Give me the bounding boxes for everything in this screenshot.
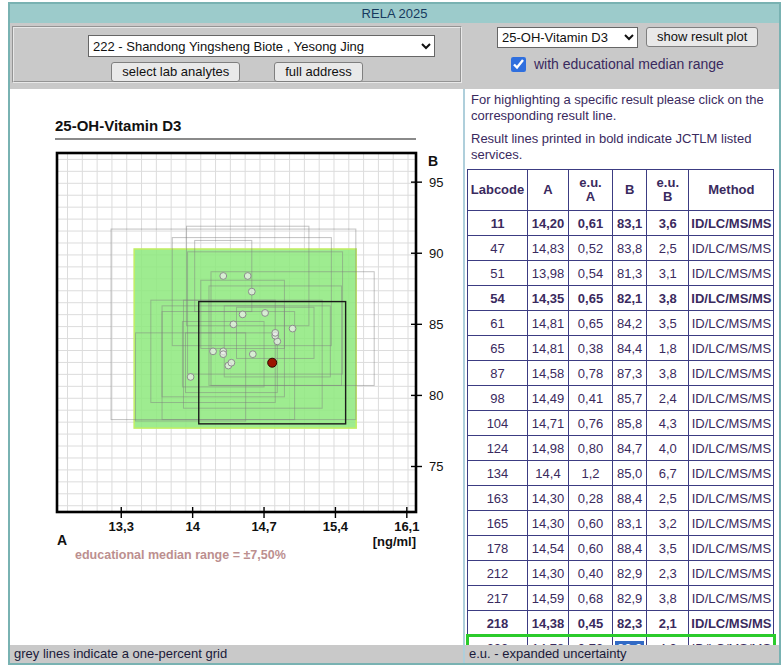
main-area: 25-OH-Vitamin D3 13,31414,715,416,195908… (10, 89, 779, 663)
x-tick-label: 16,1 (394, 519, 419, 534)
table-row[interactable]: 21814,380,4582,32,1ID/LC/MS/MS (468, 611, 774, 636)
table-row[interactable]: 21214,300,4082,92,3ID/LC/MS/MS (468, 561, 774, 586)
col-header-eu-a: e.u. A (569, 170, 613, 211)
table-row[interactable]: 9814,490,4185,72,4ID/LC/MS/MS (468, 386, 774, 411)
lab-point (239, 311, 246, 318)
info-line-1: For highlighting a specific result pleas… (471, 92, 773, 124)
grid-note-bar: grey lines indicate a one-percent grid (10, 645, 463, 663)
grid-note: grey lines indicate a one-percent grid (14, 646, 227, 661)
table-row[interactable]: 16314,300,2888,42,5ID/LC/MS/MS (468, 486, 774, 511)
x-tick-label: 14,7 (251, 519, 276, 534)
lab-point (262, 310, 269, 317)
app-titlebar: RELA 2025 (10, 4, 779, 23)
x-axis-label: A (57, 532, 67, 548)
page: RELA 2025 222 - Shandong Yingsheng Biote… (0, 0, 783, 671)
y-tick-label: 95 (429, 175, 443, 190)
col-header-method: Method (689, 170, 774, 211)
median-range-option: with educational median range (511, 56, 724, 72)
lab-point (210, 348, 217, 355)
lab-point (289, 325, 296, 332)
show-result-plot-button[interactable]: show result plot (646, 27, 758, 47)
y-axis-label: B (428, 153, 438, 169)
results-table: Labcode A e.u. A B e.u. B Method 1114,20… (467, 169, 774, 661)
unit-label: [ng/ml] (373, 534, 416, 549)
x-tick-label: 13,3 (109, 519, 134, 534)
col-header-labcode: Labcode (468, 170, 528, 211)
median-range-checkbox[interactable] (511, 57, 526, 72)
eu-note: e.u. - expanded uncertainty (469, 646, 627, 661)
lab-point (272, 329, 279, 336)
lab-point (220, 351, 227, 358)
y-tick-label: 85 (429, 317, 443, 332)
table-row[interactable]: 13414,41,285,06,7ID/LC/MS/MS (468, 461, 774, 486)
app-title: RELA 2025 (362, 6, 428, 21)
col-header-eu-b: e.u. B (647, 170, 689, 211)
toolbar: 222 - Shandong Yingsheng Biote , Yesong … (10, 23, 779, 89)
lab-select[interactable]: 222 - Shandong Yingsheng Biote , Yesong … (88, 35, 435, 57)
lab-point (230, 321, 237, 328)
selected-lab-point (268, 358, 277, 367)
analyte-select[interactable]: 25-OH-Vitamin D3 (497, 27, 638, 48)
col-header-b: B (613, 170, 647, 211)
result-plot[interactable]: 13,31414,715,416,19590858075BA[ng/ml]edu… (10, 139, 465, 599)
lab-point (187, 374, 194, 381)
table-row[interactable]: 5113,980,5481,33,1ID/LC/MS/MS (468, 261, 774, 286)
y-tick-label: 80 (429, 388, 443, 403)
table-row[interactable]: 4714,830,5283,82,5ID/LC/MS/MS (468, 236, 774, 261)
median-range-label: with educational median range (534, 56, 724, 72)
table-row[interactable]: 17814,540,6088,43,5ID/LC/MS/MS (468, 536, 774, 561)
lab-point (244, 273, 251, 280)
x-tick-label: 14 (185, 519, 200, 534)
lab-point (228, 359, 235, 366)
results-table-body: 1114,200,6183,13,6ID/LC/MS/MS4714,830,52… (468, 211, 774, 661)
lab-point (249, 351, 256, 358)
lab-point (220, 273, 227, 280)
eu-note-bar: e.u. - expanded uncertainty (465, 645, 779, 663)
toolbar-right: 25-OH-Vitamin D3 show result plot with e… (467, 23, 779, 89)
full-address-button[interactable]: full address (274, 62, 362, 82)
table-row[interactable]: 1114,200,6183,13,6ID/LC/MS/MS (468, 211, 774, 236)
lab-point (248, 288, 255, 295)
table-row[interactable]: 6514,810,3884,41,8ID/LC/MS/MS (468, 336, 774, 361)
table-row[interactable]: 12414,980,8084,74,0ID/LC/MS/MS (468, 436, 774, 461)
median-range-note: educational median range = ±7,50% (75, 548, 286, 562)
table-row[interactable]: 8714,580,7887,33,8ID/LC/MS/MS (468, 361, 774, 386)
table-row[interactable]: 21714,590,6882,93,8ID/LC/MS/MS (468, 586, 774, 611)
table-header-row: Labcode A e.u. A B e.u. B Method (468, 170, 774, 211)
table-row[interactable]: 6114,810,6584,23,5ID/LC/MS/MS (468, 311, 774, 336)
col-header-a: A (528, 170, 569, 211)
info-line-2: Result lines printed in bold indicate JC… (471, 131, 773, 163)
plot-panel: 25-OH-Vitamin D3 13,31414,715,416,195908… (10, 89, 465, 663)
lab-buttons-row: select lab analytes full address (14, 62, 460, 82)
lab-selection-box: 222 - Shandong Yingsheng Biote , Yesong … (12, 26, 462, 83)
app-window: RELA 2025 222 - Shandong Yingsheng Biote… (8, 2, 781, 665)
y-tick-label: 90 (429, 246, 443, 261)
x-tick-label: 15,4 (323, 519, 349, 534)
select-lab-analytes-button[interactable]: select lab analytes (111, 62, 240, 82)
info-text: For highlighting a specific result pleas… (465, 89, 779, 162)
results-panel: For highlighting a specific result pleas… (465, 89, 779, 663)
table-row[interactable]: 5414,350,6582,13,8ID/LC/MS/MS (468, 286, 774, 311)
table-row[interactable]: 10414,710,7685,84,3ID/LC/MS/MS (468, 411, 774, 436)
plot-title: 25-OH-Vitamin D3 (55, 117, 181, 134)
table-row[interactable]: 16514,300,6083,13,2ID/LC/MS/MS (468, 511, 774, 536)
y-tick-label: 75 (429, 459, 443, 474)
